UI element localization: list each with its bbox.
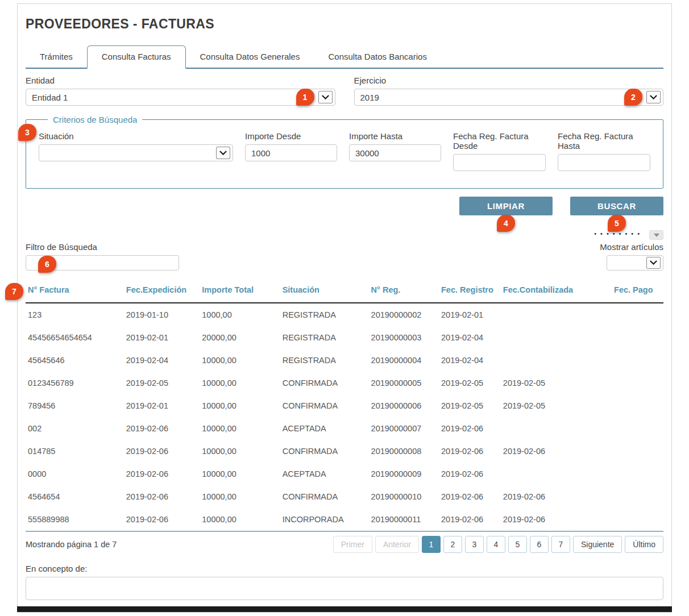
buscar-button[interactable]: BUSCAR <box>570 197 663 215</box>
table-cell <box>612 417 663 440</box>
concepto-field: En concepto de: <box>26 564 663 602</box>
page-button-anterior: Anterior <box>375 536 419 553</box>
tab-tr-mites[interactable]: Trámites <box>26 46 87 68</box>
entidad-label: Entidad <box>26 76 335 85</box>
column-header: Situación <box>280 282 369 303</box>
table-cell: 10000,00 <box>200 485 280 508</box>
table-cell: INCORPORADA <box>280 508 369 531</box>
table-cell <box>612 303 663 326</box>
page-button-primer: Primer <box>333 536 372 553</box>
table-cell <box>612 440 663 463</box>
table-cell: 45456654654654 <box>26 326 124 349</box>
table-cell: CONFIRMADA <box>280 372 369 394</box>
chevron-down-icon <box>318 91 333 103</box>
fecha-hasta-label: Fecha Reg. Factura Hasta <box>558 131 650 151</box>
concepto-textarea[interactable] <box>26 577 663 600</box>
table-header-row: N° FacturaFec.ExpediciónImporte TotalSit… <box>26 282 663 303</box>
table-cell: 2019-02-06 <box>501 508 612 531</box>
table-cell <box>612 326 663 349</box>
table-cell: ACEPTADA <box>280 463 369 485</box>
table-cell: CONFIRMADA <box>280 440 369 463</box>
annotation-badge-3: 3 <box>18 124 36 141</box>
table-cell: 2019-02-06 <box>124 463 200 485</box>
table-row[interactable]: 00002019-02-0610000,00ACEPTADA2019000000… <box>26 463 663 485</box>
facturas-table-wrap: 7 N° FacturaFec.ExpediciónImporte TotalS… <box>26 282 663 532</box>
mostrar-articulos-label: Mostrar artículos <box>572 242 663 252</box>
mostrar-articulos-select[interactable]: 10 <box>607 255 663 270</box>
table-cell: 2019-02-01 <box>439 303 501 326</box>
facturas-table: N° FacturaFec.ExpediciónImporte TotalSit… <box>26 282 663 532</box>
fecha-hasta-input[interactable] <box>558 154 650 171</box>
column-header: Fec. Pago <box>612 282 663 303</box>
column-header: Fec. Registro <box>439 282 501 303</box>
table-cell <box>612 508 663 531</box>
triangle-down-icon <box>654 234 659 237</box>
page-button-3[interactable]: 3 <box>465 536 484 553</box>
table-row[interactable]: 1232019-01-101000,00REGISTRADA2019000000… <box>26 303 663 326</box>
page-button-5[interactable]: 5 <box>508 536 527 553</box>
importe-hasta-input[interactable] <box>349 144 441 161</box>
table-cell: 45645646 <box>26 349 124 372</box>
importe-hasta-field: Importe Hasta <box>349 131 441 171</box>
table-cell: 2019-01-10 <box>124 303 200 326</box>
entity-year-row: Entidad Entidad 1 1 Ejercicio 2019 2 <box>26 76 663 106</box>
importe-desde-label: Importe Desde <box>245 131 337 141</box>
table-cell: 20190000009 <box>369 463 439 485</box>
page-button-4[interactable]: 4 <box>487 536 505 553</box>
fecha-hasta-field: Fecha Reg. Factura Hasta <box>558 131 650 171</box>
fecha-desde-input[interactable] <box>453 154 546 171</box>
table-row[interactable]: 01234567892019-02-0510000,00CONFIRMADA20… <box>26 372 663 394</box>
page-button--ltimo[interactable]: Último <box>625 536 663 553</box>
table-cell: 20190000008 <box>369 440 439 463</box>
ejercicio-field: Ejercicio 2019 2 <box>354 76 664 106</box>
pagination-status: Mostrando página 1 de 7 <box>26 540 117 549</box>
table-cell: 2019-02-06 <box>501 485 612 508</box>
mostrar-articulos-field: Mostrar artículos 10 <box>607 242 663 270</box>
importe-desde-input[interactable] <box>245 144 337 161</box>
table-cell <box>501 349 612 372</box>
table-cell: 2019-02-06 <box>124 485 200 508</box>
table-row[interactable]: 0147852019-02-0610000,00CONFIRMADA201900… <box>26 440 663 463</box>
fecha-desde-field: Fecha Reg. Factura Desde <box>453 131 546 171</box>
table-row[interactable]: 456456462019-02-0410000,00REGISTRADA2019… <box>26 349 663 372</box>
chevron-down-icon <box>646 257 661 269</box>
mini-dropdown-button[interactable] <box>649 230 663 240</box>
table-cell: 2019-02-04 <box>124 349 200 372</box>
entidad-select-value: Entidad 1 <box>32 93 329 102</box>
criterios-fieldset: Criterios de Búsqueda 3 Situación Import… <box>26 115 663 189</box>
table-row[interactable]: 45646542019-02-0610000,00CONFIRMADA20190… <box>26 485 663 508</box>
table-cell <box>501 417 612 440</box>
annotation-badge-2: 2 <box>624 89 642 106</box>
tab-consulta-facturas[interactable]: Consulta Facturas <box>87 45 186 69</box>
table-body: 1232019-01-101000,00REGISTRADA2019000000… <box>26 303 663 531</box>
table-row[interactable]: 454566546546542019-02-0120000,00REGISTRA… <box>26 326 663 349</box>
table-row[interactable]: 0022019-02-0610000,00ACEPTADA20190000007… <box>26 417 663 440</box>
table-cell: 0000 <box>26 463 124 485</box>
page-button-6[interactable]: 6 <box>530 536 549 553</box>
ejercicio-select[interactable]: 2019 2 <box>354 89 664 106</box>
entidad-select[interactable]: Entidad 1 1 <box>26 89 335 106</box>
table-cell <box>501 326 612 349</box>
tab-consulta-datos-generales[interactable]: Consulta Datos Generales <box>186 46 314 68</box>
table-row[interactable]: 5558899882019-02-0610000,00INCORPORADA20… <box>26 508 663 531</box>
page-button-1[interactable]: 1 <box>422 536 441 553</box>
table-cell: REGISTRADA <box>280 303 369 326</box>
page-button-siguiente[interactable]: Siguiente <box>573 536 622 553</box>
limpiar-button[interactable]: LIMPIAR <box>459 197 553 215</box>
table-cell <box>612 349 663 372</box>
tab-consulta-datos-bancarios[interactable]: Consulta Datos Bancarios <box>314 46 441 68</box>
table-cell: 20190000004 <box>369 349 439 372</box>
table-cell: 20190000011 <box>369 508 439 531</box>
table-cell: 2019-02-04 <box>439 349 501 372</box>
table-cell: 2019-02-06 <box>124 417 200 440</box>
table-cell: 2019-02-01 <box>124 326 200 349</box>
table-cell: 10000,00 <box>200 372 280 394</box>
filter-row: Filtro de Búsqueda 6 Mostrar artículos 1… <box>26 242 663 270</box>
tab-bar: TrámitesConsulta FacturasConsulta Datos … <box>26 45 663 69</box>
page-button-7[interactable]: 7 <box>551 536 570 553</box>
table-row[interactable]: 7894562019-02-0110000,00CONFIRMADA201900… <box>26 394 663 417</box>
page-button-2[interactable]: 2 <box>443 536 462 553</box>
table-cell: 20190000010 <box>369 485 439 508</box>
situacion-select[interactable] <box>39 144 233 161</box>
table-cell: 2019-02-05 <box>124 372 200 394</box>
